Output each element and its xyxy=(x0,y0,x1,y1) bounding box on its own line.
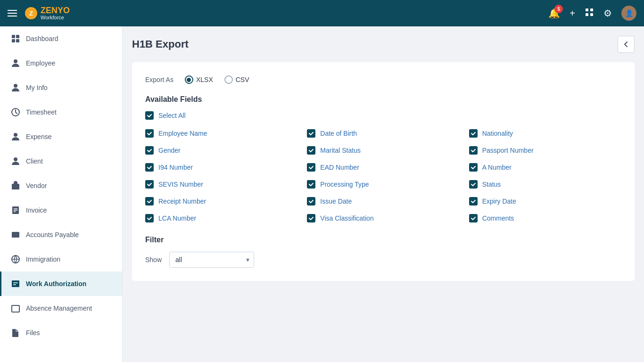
svg-point-13 xyxy=(14,133,17,137)
sidebar-item-timesheet[interactable]: Timesheet xyxy=(0,100,122,124)
xlsx-label: XLSX xyxy=(196,76,213,83)
sidebar-label-myinfo: My Info xyxy=(26,84,48,91)
field-item-expiry-date: Expiry Date xyxy=(469,197,621,206)
grid-icon[interactable] xyxy=(585,8,594,19)
settings-icon[interactable]: ⚙ xyxy=(603,8,612,19)
field-item-marital-status: Marital Status xyxy=(307,146,459,155)
checkmark-icon xyxy=(308,165,314,170)
checkbox-date-of-birth[interactable] xyxy=(307,129,315,138)
field-label-passport-number: Passport Number xyxy=(482,147,534,154)
sidebar-label-employee: Employee xyxy=(26,59,55,67)
back-arrow-icon xyxy=(622,41,630,48)
select-all-label: Select All xyxy=(158,112,186,119)
back-button[interactable] xyxy=(618,36,635,53)
notification-button[interactable]: 🔔 5 xyxy=(548,8,560,19)
sidebar-label-invoice: Invoice xyxy=(26,206,47,214)
show-select[interactable]: allactiveinactive xyxy=(169,252,254,268)
field-label-date-of-birth: Date of Birth xyxy=(320,130,357,137)
field-item-processing-type: Processing Type xyxy=(307,180,459,189)
field-label-processing-type: Processing Type xyxy=(320,181,369,188)
checkbox-marital-status[interactable] xyxy=(307,146,315,155)
sidebar-item-myinfo[interactable]: My Info xyxy=(0,75,122,100)
field-label-a-number: A Number xyxy=(482,164,512,171)
sidebar-item-files[interactable]: Files xyxy=(0,321,122,345)
logo-subtext: Workforce xyxy=(41,15,70,20)
checkbox-i94-number[interactable] xyxy=(145,163,154,172)
page-header: H1B Export xyxy=(132,36,635,53)
field-item-nationality: Nationality xyxy=(469,129,621,138)
svg-point-21 xyxy=(14,233,17,236)
field-label-status: Status xyxy=(482,181,501,188)
field-label-i94-number: I94 Number xyxy=(158,164,193,171)
checkbox-gender[interactable] xyxy=(145,146,154,155)
sidebar-item-invoice[interactable]: Invoice xyxy=(0,198,122,222)
radio-csv[interactable]: CSV xyxy=(224,75,249,84)
checkbox-receipt-number[interactable] xyxy=(145,197,154,206)
avatar[interactable]: 👤 xyxy=(621,6,636,21)
checkmark-icon xyxy=(308,215,314,221)
svg-rect-7 xyxy=(16,35,19,38)
sidebar-label-immigration: Immigration xyxy=(26,255,60,263)
checkbox-ead-number[interactable] xyxy=(307,163,315,172)
sidebar-item-absence-management[interactable]: Absence Management xyxy=(0,296,122,321)
sidebar-item-vendor[interactable]: Vendor xyxy=(0,173,122,198)
fields-grid: Employee Name Date of Birth Nationality … xyxy=(145,129,621,222)
checkmark-icon xyxy=(471,198,476,204)
topbar: Z ZENYO Workforce 🔔 5 + ⚙ 👤 xyxy=(0,0,644,26)
topbar-right: 🔔 5 + ⚙ 👤 xyxy=(548,6,636,21)
select-all-checkbox[interactable] xyxy=(145,111,154,120)
add-button[interactable]: + xyxy=(570,8,575,19)
avatar-image: 👤 xyxy=(621,6,636,21)
checkmark-icon xyxy=(147,181,152,187)
checkbox-comments[interactable] xyxy=(469,214,478,222)
checkbox-passport-number[interactable] xyxy=(469,146,478,155)
select-all-row: Select All xyxy=(145,111,621,120)
field-label-gender: Gender xyxy=(158,147,181,154)
sidebar-item-expense[interactable]: Expense xyxy=(0,124,122,149)
logo: Z ZENYO Workforce xyxy=(25,6,70,20)
sidebar: Dashboard Employee My Info Timesheet xyxy=(0,26,123,362)
field-item-sevis-number: SEVIS Number xyxy=(145,180,297,189)
checkmark-icon xyxy=(147,198,152,204)
sidebar-item-employee[interactable]: Employee xyxy=(0,51,122,75)
checkbox-issue-date[interactable] xyxy=(307,197,315,206)
svg-rect-5 xyxy=(590,13,593,16)
checkmark-icon xyxy=(471,215,476,221)
checkbox-expiry-date[interactable] xyxy=(469,197,478,206)
field-label-ead-number: EAD Number xyxy=(320,164,359,171)
sidebar-item-immigration[interactable]: Immigration xyxy=(0,247,122,272)
field-item-visa-classification: Visa Classification xyxy=(307,214,459,222)
field-item-issue-date: Issue Date xyxy=(307,197,459,206)
files-icon xyxy=(11,328,20,337)
checkmark-icon xyxy=(147,131,152,136)
checkbox-status[interactable] xyxy=(469,180,478,189)
checkbox-nationality[interactable] xyxy=(469,129,478,138)
svg-rect-4 xyxy=(586,13,588,16)
export-as-label: Export As xyxy=(145,76,173,83)
hamburger-menu[interactable] xyxy=(8,10,17,16)
timesheet-icon xyxy=(11,107,20,117)
checkbox-employee-name[interactable] xyxy=(145,129,154,138)
svg-rect-15 xyxy=(12,184,19,189)
radio-xlsx[interactable]: XLSX xyxy=(185,75,213,84)
checkmark-icon xyxy=(147,165,152,170)
sidebar-scroll: Dashboard Employee My Info Timesheet xyxy=(0,26,122,362)
sidebar-label-client: Client xyxy=(26,157,43,165)
sidebar-item-work-authorization[interactable]: Work Authorization xyxy=(0,272,122,296)
checkbox-visa-classification[interactable] xyxy=(307,214,315,222)
checkmark-icon xyxy=(147,215,152,221)
sidebar-item-client[interactable]: Client xyxy=(0,149,122,173)
field-item-status: Status xyxy=(469,180,621,189)
checkbox-lca-number[interactable] xyxy=(145,214,154,222)
checkmark-icon xyxy=(471,181,476,187)
sidebar-item-dashboard[interactable]: Dashboard xyxy=(0,26,122,51)
checkbox-sevis-number[interactable] xyxy=(145,180,154,189)
checkbox-processing-type[interactable] xyxy=(307,180,315,189)
topbar-left: Z ZENYO Workforce xyxy=(8,6,70,20)
field-item-employee-name: Employee Name xyxy=(145,129,297,138)
field-label-employee-name: Employee Name xyxy=(158,130,207,137)
filter-row: Show allactiveinactive ▾ xyxy=(145,252,621,268)
sidebar-item-accounts-payable[interactable]: Accounts Payable xyxy=(0,222,122,247)
checkbox-a-number[interactable] xyxy=(469,163,478,172)
checkmark-icon xyxy=(147,148,152,153)
